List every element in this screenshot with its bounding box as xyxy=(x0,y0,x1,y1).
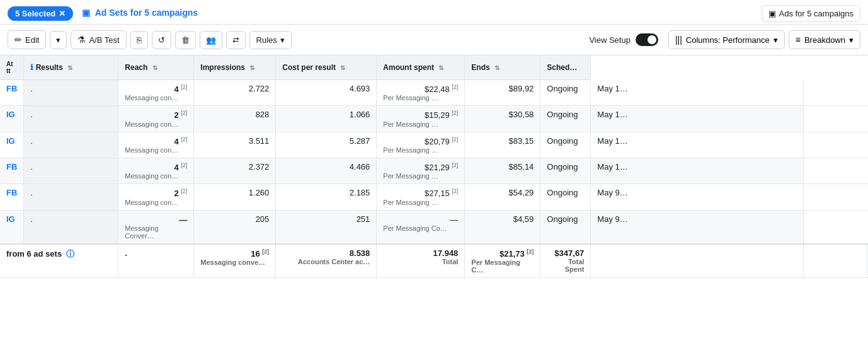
cpr-main: $27,15 xyxy=(425,189,450,199)
toolbar: ✏ Edit ▾ ⚗ A/B Test ⎘ ↺ 🗑 👥 ⇄ Rules ▾ Vi… xyxy=(0,25,868,55)
ab-test-button[interactable]: ⚗ A/B Test xyxy=(71,30,126,49)
att-cell: . xyxy=(24,158,118,183)
platform-link[interactable]: IG xyxy=(6,136,15,146)
schedule-value: May 9… xyxy=(597,214,627,224)
breakdown-button[interactable]: ≡ Breakdown ▾ xyxy=(789,30,860,49)
sort-icon-ends: ⇅ xyxy=(494,64,500,71)
copy-icon: ⎘ xyxy=(137,35,142,45)
undo-button[interactable]: ↺ xyxy=(152,31,171,49)
att-dot: . xyxy=(30,84,33,93)
impressions-cell: 4.693 xyxy=(276,80,377,106)
selected-count: 5 Selected xyxy=(15,9,55,18)
ads-icon: ▣ xyxy=(768,9,776,18)
amount-cell: $83,15 xyxy=(465,132,540,158)
table-header-row: Attt ℹ Results ⇅ Reach ⇅ Impressions ⇅ C… xyxy=(0,55,868,80)
summary-cpr-sup: [2] xyxy=(527,248,534,255)
close-icon[interactable]: ✕ xyxy=(59,9,66,18)
platform-cell[interactable]: IG xyxy=(0,106,24,132)
col-header-amount-spent[interactable]: Amount spent ⇅ xyxy=(377,55,465,80)
dropdown-button[interactable]: ▾ xyxy=(50,31,67,49)
platform-link[interactable]: FB xyxy=(6,188,17,197)
col-header-cpr[interactable]: Cost per result ⇅ xyxy=(276,55,377,80)
results-cell: 4 [2] Messaging con… xyxy=(118,132,194,158)
ends-cell: Ongoing xyxy=(540,184,591,210)
platform-cell[interactable]: FB xyxy=(0,158,24,183)
summary-amount-sub: Total Spent xyxy=(547,258,584,273)
col-header-results[interactable]: ℹ Results ⇅ xyxy=(24,55,118,80)
platform-link[interactable]: IG xyxy=(6,214,15,224)
schedule-cell: May 1… xyxy=(591,80,804,106)
selected-badge[interactable]: 5 Selected ✕ xyxy=(8,6,73,21)
platform-link[interactable]: IG xyxy=(6,110,15,119)
platform-link[interactable]: FB xyxy=(6,162,17,172)
copy-button[interactable]: ⎘ xyxy=(130,31,148,49)
audience-button[interactable]: 👥 xyxy=(200,31,222,49)
summary-reach-value: 8.538 xyxy=(350,248,370,258)
ends-value: Ongoing xyxy=(547,136,578,146)
table-row[interactable]: IG . 4 [2] Messaging con… 3.511 5.287 $2… xyxy=(0,132,868,158)
move-button[interactable]: ⇄ xyxy=(226,31,246,49)
columns-chevron-icon: ▾ xyxy=(774,35,778,45)
data-table: Attt ℹ Results ⇅ Reach ⇅ Impressions ⇅ C… xyxy=(0,55,868,278)
tab-ads-label: Ads for 5 campaigns xyxy=(779,9,854,18)
schedule-value: May 1… xyxy=(597,84,627,93)
platform-cell[interactable]: IG xyxy=(0,210,24,244)
table-container: Attt ℹ Results ⇅ Reach ⇅ Impressions ⇅ C… xyxy=(0,55,868,354)
view-setup-toggle[interactable] xyxy=(636,33,658,46)
columns-button[interactable]: ||| Columns: Performance ▾ xyxy=(668,30,785,49)
summary-result-sub: Messaging conve… xyxy=(200,259,269,266)
platform-cell[interactable]: FB xyxy=(0,184,24,210)
schedule-cell: May 9… xyxy=(591,210,804,244)
sort-icon-reach: ⇅ xyxy=(152,64,157,71)
impressions-value: 2.185 xyxy=(350,188,370,197)
schedule-cell: May 1… xyxy=(591,158,804,183)
schedule-value: May 1… xyxy=(597,110,627,119)
result-sup: [2] xyxy=(181,188,187,194)
tab-ads[interactable]: ▣ Ads for 5 campaigns xyxy=(762,5,860,22)
cpr-cell: $21,29 [2] Per Messaging … xyxy=(377,158,465,183)
schedule-value: May 1… xyxy=(597,162,627,172)
table-row[interactable]: FB . 4 [2] Messaging con… 2.722 4.693 $2… xyxy=(0,80,868,106)
table-row[interactable]: FB . 2 [2] Messaging con… 1.260 2.185 $2… xyxy=(0,184,868,210)
tab-adsets[interactable]: ▣ Ad Sets for 5 campaigns xyxy=(79,3,200,24)
impressions-cell: 2.185 xyxy=(276,184,377,210)
table-row[interactable]: FB . 4 [2] Messaging con… 2.372 4.466 $2… xyxy=(0,158,868,183)
result-number: 2 xyxy=(174,111,178,120)
breakdown-chevron-icon: ▾ xyxy=(849,35,854,45)
reach-value: 2.372 xyxy=(249,162,270,172)
delete-button[interactable]: 🗑 xyxy=(175,31,196,49)
summary-cpr-cell: $21,73 [2] Per Messaging C… xyxy=(465,244,540,278)
reach-value: 828 xyxy=(256,110,270,119)
table-row[interactable]: IG . 2 [2] Messaging con… 828 1.066 $15,… xyxy=(0,106,868,132)
amount-value: $89,92 xyxy=(509,84,534,93)
cpr-sup: [2] xyxy=(452,84,458,90)
col-header-att: Attt xyxy=(0,55,24,80)
view-setup-label: View Setup xyxy=(589,35,631,45)
rules-button[interactable]: Rules ▾ xyxy=(249,31,292,49)
results-cell: 2 [2] Messaging con… xyxy=(118,106,194,132)
amount-value: $54,29 xyxy=(509,188,534,197)
reach-value: 1.260 xyxy=(249,188,270,197)
att-dot: . xyxy=(30,136,33,146)
edit-button[interactable]: ✏ Edit xyxy=(8,30,46,49)
rules-label: Rules xyxy=(256,35,277,45)
ends-value: Ongoing xyxy=(547,214,578,224)
col-header-ends[interactable]: Ends ⇅ xyxy=(465,55,540,80)
table-row[interactable]: IG . — Messaging Conver… 205 251 — Per M… xyxy=(0,210,868,244)
reach-cell: 828 xyxy=(194,106,276,132)
schedule-value: May 1… xyxy=(597,136,627,146)
reach-value: 3.511 xyxy=(249,136,270,146)
platform-cell[interactable]: IG xyxy=(0,132,24,158)
result-sub: Messaging con… xyxy=(125,199,187,206)
schedule-cell: May 9… xyxy=(591,184,804,210)
sort-icon-impressions: ⇅ xyxy=(249,64,254,71)
col-header-reach[interactable]: Reach ⇅ xyxy=(118,55,194,80)
att-cell: . xyxy=(24,210,118,244)
col-header-impressions[interactable]: Impressions ⇅ xyxy=(194,55,276,80)
columns-icon: ||| xyxy=(675,35,682,45)
platform-link[interactable]: FB xyxy=(6,84,17,93)
summary-schedule-cell xyxy=(803,244,867,278)
schedule-cell: May 1… xyxy=(591,106,804,132)
platform-cell[interactable]: FB xyxy=(0,80,24,106)
result-number: 4 xyxy=(174,137,178,146)
